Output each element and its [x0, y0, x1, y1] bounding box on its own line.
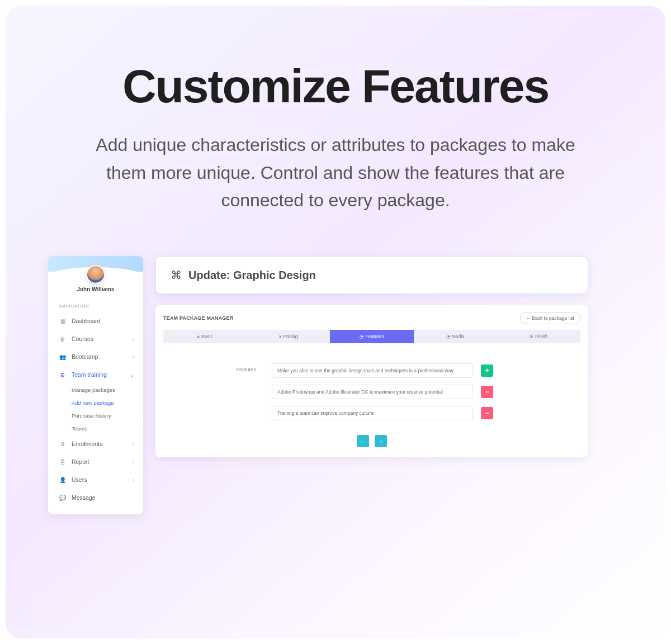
remove-feature-button[interactable]: −: [481, 386, 493, 398]
tab-label: Media: [452, 334, 465, 339]
sidebar-item-dashboard[interactable]: ▦ Dashboard: [48, 312, 143, 330]
sidebar-item-label: Bootcamp: [72, 353, 98, 360]
update-title-panel: ⌘ Update: Graphic Design: [155, 256, 588, 294]
sidebar-item-users[interactable]: 👤 Users ›: [48, 471, 143, 489]
tab-finish[interactable]: ⊘ Finish: [497, 330, 580, 343]
tab-label: Features: [365, 334, 384, 339]
user-name: John Williams: [48, 286, 143, 292]
clock-icon: ◔: [360, 334, 363, 339]
tab-label: Finish: [535, 334, 548, 339]
sidebar-item-label: Enrollments: [72, 441, 102, 447]
tab-label: Basic: [201, 334, 213, 339]
check-icon: ⊘: [530, 334, 533, 339]
wizard-tabs: # Basic ¥ Pricing ◔ Features ◔ Media: [163, 330, 580, 343]
add-feature-button[interactable]: +: [481, 364, 493, 377]
chevron-right-icon: ›: [133, 336, 134, 342]
sidebar-item-label: Report: [72, 458, 89, 465]
feature-input-3[interactable]: [272, 406, 473, 420]
sidebar-item-label: Dashboard: [72, 318, 100, 324]
feature-input-1[interactable]: [272, 363, 473, 378]
hierarchy-icon: ⇵: [59, 441, 66, 447]
chevron-right-icon: ›: [133, 459, 134, 465]
people-icon: 👥: [59, 353, 66, 360]
tab-media[interactable]: ◔ Media: [414, 330, 497, 343]
sidebar-subitem-teams[interactable]: Teams: [72, 422, 143, 435]
tab-label: Pricing: [283, 334, 298, 339]
avatar[interactable]: [86, 265, 105, 284]
package-manager-panel: TEAM PACKAGE MANAGER ← Back to package l…: [155, 305, 588, 457]
sidebar: John Williams NAVIGATION ▦ Dashboard 🗑 C…: [48, 256, 143, 514]
sidebar-subitem-manage-packages[interactable]: Manage packages: [72, 383, 143, 396]
back-to-package-list-button[interactable]: ← Back to package list: [520, 312, 580, 324]
yen-icon: ¥: [279, 334, 281, 339]
sidebar-item-message[interactable]: 💬 Message: [48, 489, 143, 506]
features-label: Features: [226, 363, 256, 372]
basket-icon: 🗑: [59, 335, 66, 342]
sidebar-submenu: Manage packages Add new package Purchase…: [48, 383, 143, 435]
arrow-left-icon: ←: [360, 438, 366, 444]
next-step-button[interactable]: →: [375, 435, 387, 447]
sidebar-subitem-add-new-package[interactable]: Add new package: [72, 396, 143, 409]
hash-icon: #: [197, 334, 199, 339]
sidebar-item-label: Users: [72, 476, 87, 483]
sidebar-item-label: Message: [72, 494, 96, 501]
sidebar-item-enrollments[interactable]: ⇵ Enrollments ›: [48, 435, 143, 453]
grid-icon: ▦: [59, 318, 66, 324]
sidebar-item-label: Courses: [72, 335, 93, 342]
message-icon: 💬: [59, 494, 66, 501]
feature-input-2[interactable]: [272, 385, 473, 399]
chevron-right-icon: ›: [133, 441, 134, 447]
hero-subtitle: Add unique characteristics or attributes…: [84, 131, 587, 215]
sidebar-item-team-training[interactable]: 🗎 Team training ⌄: [48, 366, 143, 383]
sidebar-item-report[interactable]: 🗄 Report ›: [48, 453, 143, 471]
panel-title: TEAM PACKAGE MANAGER: [163, 315, 233, 321]
arrow-left-icon: ←: [526, 315, 531, 321]
prev-step-button[interactable]: ←: [357, 435, 369, 447]
back-button-label: Back to package list: [532, 315, 574, 321]
command-icon: ⌘: [171, 268, 182, 282]
users-icon: 👤: [59, 476, 66, 483]
sidebar-item-courses[interactable]: 🗑 Courses ›: [48, 330, 143, 348]
chevron-right-icon: ›: [133, 477, 134, 483]
nav-heading: NAVIGATION: [48, 304, 143, 312]
arrow-right-icon: →: [378, 438, 384, 444]
clock-icon: ◔: [446, 334, 450, 339]
document-icon: 🗎: [59, 371, 66, 378]
tab-features[interactable]: ◔ Features: [330, 330, 413, 343]
sidebar-subitem-purchase-history[interactable]: Purchase history: [72, 409, 143, 422]
hero-title: Customize Features: [6, 59, 665, 113]
archive-icon: 🗄: [59, 458, 66, 465]
tab-basic[interactable]: # Basic: [163, 330, 247, 343]
update-title-text: Update: Graphic Design: [188, 269, 316, 282]
remove-feature-button[interactable]: −: [481, 407, 493, 419]
chevron-down-icon: ⌄: [130, 372, 134, 378]
sidebar-item-label: Team training: [72, 371, 107, 378]
sidebar-item-bootcamp[interactable]: 👥 Bootcamp ›: [48, 348, 143, 366]
chevron-right-icon: ›: [133, 354, 134, 360]
tab-pricing[interactable]: ¥ Pricing: [247, 330, 330, 343]
